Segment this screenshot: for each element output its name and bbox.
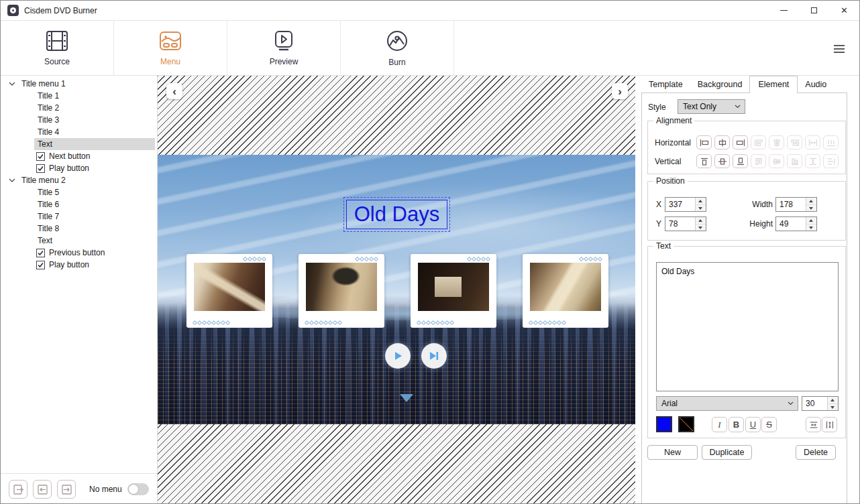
text-color-swatch[interactable] [656,416,672,432]
outline-color-swatch[interactable] [678,416,694,432]
maximize-button[interactable] [799,1,829,20]
font-size-spinner[interactable] [827,397,838,410]
next-template-button[interactable]: › [612,83,628,99]
line-spacing-button[interactable] [806,417,821,432]
title-thumbnail-2[interactable] [299,254,384,328]
equal-spacing-h-button [823,135,839,149]
tree-item-label: Title 5 [38,186,59,198]
strikethrough-button[interactable]: S [761,417,777,432]
text-group-title: Text [653,241,674,251]
tree-item-title-6[interactable]: Title 6 [1,198,157,210]
height-value[interactable]: 49 [776,217,806,231]
chain-decor-icon [417,321,453,324]
delete-button[interactable]: Delete [796,445,836,460]
height-spinner[interactable] [806,217,816,231]
toolbar-source-label: Source [44,57,70,66]
title-thumbnail-4[interactable] [523,254,608,328]
y-input[interactable]: 78 [665,216,706,231]
width-input[interactable]: 178 [775,197,817,212]
menu-title-text-element[interactable]: Old Days [346,200,447,229]
close-button[interactable]: ✕ [829,1,859,20]
tree-item-title-2[interactable]: Title 2 [1,102,157,114]
x-input[interactable]: 337 [665,197,706,212]
move-in-right-button[interactable] [57,480,76,499]
tree-item-play-button-1[interactable]: Play button [1,162,157,174]
previous-template-button[interactable]: ‹ [166,83,182,99]
chevron-down-icon[interactable] [9,80,17,88]
checkbox-checked-icon[interactable] [36,261,45,269]
height-input[interactable]: 49 [775,216,817,231]
title-thumbnail-3[interactable] [411,254,496,328]
dvd-menu-preview[interactable]: Old Days [158,155,635,424]
toolbar-burn-button[interactable]: Burn [341,21,454,76]
toolbar-burn-label: Burn [388,58,405,67]
tree-item-title-8[interactable]: Title 8 [1,223,157,235]
tree-item-text-selected[interactable]: Text [34,138,155,150]
underline-button[interactable]: U [745,417,761,432]
tree-item-title-5[interactable]: Title 5 [1,186,157,198]
new-button[interactable]: New [647,445,698,460]
width-value[interactable]: 178 [776,198,806,211]
tree-group-title-menu-2[interactable]: Title menu 2 [1,174,157,186]
tab-template[interactable]: Template [641,78,690,92]
checkbox-checked-icon[interactable] [36,164,45,173]
hamburger-icon[interactable] [834,43,845,55]
checkbox-checked-icon[interactable] [36,152,45,161]
move-in-left-button[interactable] [33,480,52,499]
tree-item-text-2[interactable]: Text [1,235,157,247]
x-spinner[interactable] [695,198,706,211]
tree-item-next-button[interactable]: Next button [1,150,157,162]
checkbox-checked-icon[interactable] [36,249,45,257]
align-left-button[interactable] [696,135,712,149]
tree-item-title-4[interactable]: Title 4 [1,126,157,138]
align-bottom-button[interactable] [733,154,748,168]
font-dropdown[interactable]: Arial [656,396,798,411]
toolbar-source-button[interactable]: Source [1,21,114,76]
chevron-down-icon[interactable] [9,176,17,184]
char-spacing-button[interactable] [822,417,837,432]
font-size-input[interactable]: 30 [802,396,839,411]
tab-background[interactable]: Background [690,78,750,92]
move-out-button[interactable] [9,480,28,499]
italic-button[interactable]: I [712,417,727,432]
menu-next-button[interactable] [421,343,447,369]
minimize-button[interactable] [769,1,799,20]
font-size-value[interactable]: 30 [802,397,827,410]
horizontal-align-row: Horizontal [655,135,841,149]
menu-play-button[interactable] [385,343,411,369]
text-content-input[interactable]: Old Days [656,262,839,391]
no-menu-toggle[interactable] [127,483,149,495]
distribute-h-button [805,135,820,149]
align-center-h-button[interactable] [714,135,730,149]
bold-button[interactable]: B [729,417,744,432]
duplicate-button[interactable]: Duplicate [702,445,752,460]
tree-group-label: Title menu 2 [21,174,66,186]
tree-item-label: Play button [49,162,89,174]
toolbar-menu-button[interactable]: Menu [114,21,227,76]
window-controls: ✕ [769,1,859,20]
y-spinner[interactable] [695,217,706,231]
x-value[interactable]: 337 [665,198,695,211]
tab-audio[interactable]: Audio [798,78,834,92]
arrow-in-right-icon [61,484,72,495]
titlebar: Cisdem DVD Burner ✕ [1,1,859,21]
scroll-down-arrow-icon[interactable] [400,394,413,402]
chain-decor-icon [244,257,266,261]
tree-item-title-3[interactable]: Title 3 [1,114,157,126]
tree-item-title-1[interactable]: Title 1 [1,90,157,102]
toolbar-preview-button[interactable]: Preview [227,21,341,76]
width-spinner[interactable] [806,198,816,211]
tree-item-previous-button[interactable]: Previous button [1,247,157,259]
tree-item-play-button-2[interactable]: Play button [1,259,157,271]
y-value[interactable]: 78 [665,217,695,231]
align-middle-button[interactable] [714,154,730,168]
align-top-button[interactable] [696,154,712,168]
tab-element[interactable]: Element [749,76,798,93]
tree-group-title-menu-1[interactable]: Title menu 1 [1,78,157,90]
tree-item-title-7[interactable]: Title 7 [1,210,157,223]
title-thumbnail-1[interactable] [186,254,272,328]
toggle-knob [129,485,138,494]
style-dropdown[interactable]: Text Only [678,99,745,114]
align-right-button[interactable] [733,135,748,149]
tree-item-label: Title 2 [38,102,59,114]
